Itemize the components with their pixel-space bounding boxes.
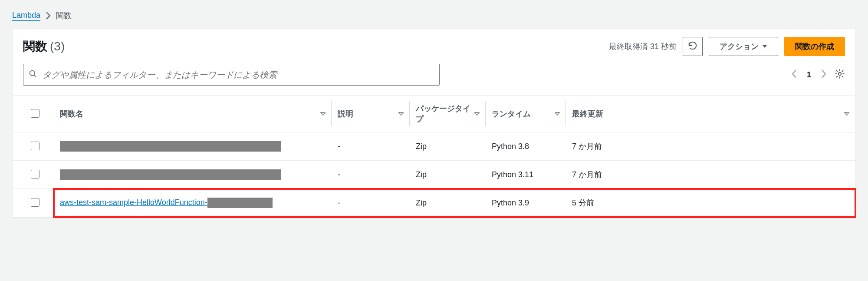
- table-row: -ZipPython 3.117 か月前: [13, 161, 855, 189]
- svg-point-2: [838, 72, 841, 75]
- row-select-checkbox[interactable]: [31, 170, 39, 179]
- page-prev-button[interactable]: [791, 69, 797, 80]
- sort-icon: [844, 109, 849, 119]
- functions-panel: 関数 (3) 最終取得済 31 秒前 アクション 関数の作成: [12, 29, 856, 218]
- column-header-runtime[interactable]: ランタイム: [486, 96, 566, 132]
- search-icon: [29, 69, 37, 80]
- column-header-name[interactable]: 関数名: [54, 96, 332, 132]
- settings-button[interactable]: [835, 69, 845, 81]
- redacted-name: [60, 169, 281, 180]
- cell-last-modified: 5 分前: [566, 189, 855, 217]
- cell-function-name: [54, 132, 332, 161]
- column-header-description[interactable]: 説明: [332, 96, 410, 132]
- cell-description: -: [332, 132, 410, 161]
- create-function-button[interactable]: 関数の作成: [784, 37, 845, 56]
- page-title: 関数 (3): [23, 38, 65, 55]
- actions-label: アクション: [720, 41, 759, 52]
- cell-function-name: aws-test-sam-sample-HelloWorldFunction-: [54, 189, 332, 217]
- cell-runtime: Python 3.11: [486, 161, 566, 189]
- cell-function-name: [54, 161, 332, 189]
- sort-icon: [474, 109, 480, 119]
- page-next-button[interactable]: [821, 69, 827, 80]
- caret-down-icon: [762, 42, 767, 51]
- breadcrumb-service-link[interactable]: Lambda: [12, 11, 40, 21]
- cell-package-type: Zip: [410, 161, 486, 189]
- sort-icon: [398, 109, 404, 119]
- column-header-package-type[interactable]: パッケージタイプ: [410, 96, 486, 132]
- chevron-right-icon: [46, 12, 51, 20]
- row-select-checkbox[interactable]: [31, 198, 39, 207]
- actions-dropdown-button[interactable]: アクション: [709, 37, 778, 56]
- refresh-button[interactable]: [683, 37, 703, 56]
- gear-icon: [835, 69, 845, 79]
- table-row: -ZipPython 3.87 か月前: [13, 132, 855, 161]
- last-fetch-text: 最終取得済 31 秒前: [609, 41, 677, 52]
- function-name-link[interactable]: aws-test-sam-sample-HelloWorldFunction-: [60, 198, 207, 207]
- column-header-last-modified[interactable]: 最終更新: [566, 96, 855, 132]
- pagination: 1: [791, 69, 827, 80]
- item-count: (3): [50, 40, 65, 53]
- cell-package-type: Zip: [410, 132, 486, 161]
- cell-last-modified: 7 か月前: [566, 132, 855, 161]
- search-input[interactable]: [42, 69, 434, 80]
- svg-point-0: [30, 70, 35, 76]
- table-row: aws-test-sam-sample-HelloWorldFunction--…: [13, 189, 855, 217]
- cell-runtime: Python 3.8: [486, 132, 566, 161]
- redacted-name: [60, 141, 281, 152]
- cell-description: -: [332, 161, 410, 189]
- functions-table: 関数名 説明 パッケージタイプ: [13, 95, 855, 217]
- redacted-suffix: [207, 198, 273, 208]
- breadcrumb-current: 関数: [56, 10, 72, 21]
- refresh-icon: [688, 41, 697, 53]
- row-select-checkbox[interactable]: [31, 142, 39, 150]
- cell-package-type: Zip: [410, 189, 486, 217]
- cell-description: -: [332, 189, 410, 217]
- svg-line-1: [34, 75, 36, 77]
- sort-icon: [555, 109, 560, 119]
- sort-icon: [320, 109, 326, 119]
- cell-last-modified: 7 か月前: [566, 161, 855, 189]
- search-box[interactable]: [23, 64, 440, 86]
- breadcrumb: Lambda 関数: [12, 10, 856, 21]
- page-number: 1: [807, 70, 811, 79]
- create-function-label: 関数の作成: [795, 41, 834, 52]
- cell-runtime: Python 3.9: [486, 189, 566, 217]
- select-all-checkbox[interactable]: [31, 109, 39, 118]
